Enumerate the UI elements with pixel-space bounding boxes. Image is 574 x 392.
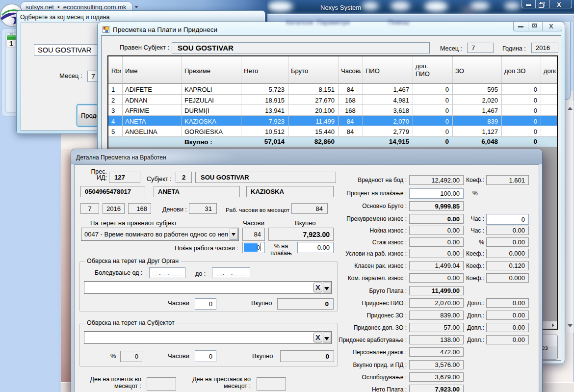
svg-text:1: 1 [9, 39, 13, 48]
